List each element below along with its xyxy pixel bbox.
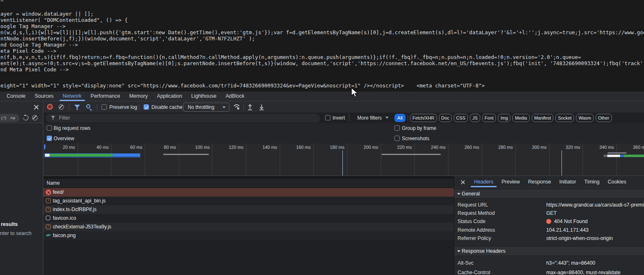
tab-console[interactable]: Console bbox=[6, 92, 26, 101]
header-row: Cache-Control max-age=86400, must-revali… bbox=[454, 268, 644, 275]
throttling-select[interactable]: No throttling bbox=[183, 103, 229, 112]
chip-img[interactable]: Img bbox=[498, 114, 510, 122]
chip-fetch-xhr[interactable]: Fetch/XHR bbox=[410, 114, 437, 122]
tab-network[interactable]: Network bbox=[62, 92, 83, 101]
chevron-down-icon bbox=[222, 106, 226, 110]
code-line: n(w,d,s,l,i){w[l]=w[l]||[];w[l].push({'g… bbox=[0, 29, 644, 35]
filter-input[interactable]: Filter bbox=[46, 114, 320, 122]
chip-doc[interactable]: Doc bbox=[439, 114, 452, 122]
code-fragment: ~ bbox=[0, 0, 4, 4]
regex-icon[interactable]: (.*) bbox=[1, 116, 6, 120]
tab-adblock[interactable]: AdBlock bbox=[225, 92, 245, 101]
timeline-ruler-label: 340 ms bbox=[589, 145, 614, 150]
section-general[interactable]: General bbox=[454, 189, 644, 199]
filter-icon[interactable] bbox=[74, 105, 80, 110]
timeline-request-bar bbox=[624, 155, 644, 157]
screenshots-checkbox[interactable] bbox=[394, 136, 400, 141]
timeline-ruler-label: 160 ms bbox=[286, 145, 311, 150]
table-row[interactable]: ‹› tag_assistant_api_bin.js bbox=[43, 197, 454, 205]
timeline-request-bar bbox=[163, 154, 209, 155]
chip-all[interactable]: All bbox=[394, 114, 406, 122]
timeline-gridline bbox=[381, 143, 381, 176]
dcl-event-line bbox=[342, 150, 343, 176]
big-request-rows-checkbox[interactable] bbox=[47, 125, 52, 131]
script-icon: ‹› bbox=[46, 207, 51, 212]
invert-label: Invert bbox=[333, 115, 345, 121]
invert-checkbox[interactable] bbox=[325, 115, 330, 120]
clear-search-icon[interactable] bbox=[32, 115, 38, 120]
timeline-gridline bbox=[448, 143, 448, 176]
tab-headers[interactable]: Headers bbox=[474, 176, 493, 188]
tab-cookies[interactable]: Cookies bbox=[608, 176, 626, 188]
import-har-icon[interactable] bbox=[247, 103, 253, 112]
clear-icon[interactable] bbox=[59, 104, 64, 110]
table-row[interactable]: favicon.ico bbox=[43, 214, 454, 223]
timeline-gridline bbox=[482, 143, 482, 176]
search-pane: (.*) Aa results nter to search bbox=[0, 102, 43, 275]
disable-cache-checkbox[interactable] bbox=[144, 104, 149, 110]
group-by-frame-label: Group by frame bbox=[402, 125, 436, 131]
chip-other[interactable]: Other bbox=[596, 114, 612, 122]
network-overview-timeline[interactable]: 20 ms40 ms60 ms80 ms100 ms120 ms140 ms16… bbox=[43, 143, 644, 176]
chip-js[interactable]: JS bbox=[470, 114, 480, 122]
tab-lighthouse[interactable]: Lighthouse bbox=[190, 92, 217, 101]
record-icon[interactable] bbox=[47, 104, 53, 110]
refresh-icon[interactable] bbox=[23, 115, 28, 120]
header-row: Remote Address 104.21.41.171:443 bbox=[454, 226, 644, 234]
chip-socket[interactable]: Socket bbox=[555, 114, 574, 122]
chip-css[interactable]: CSS bbox=[454, 114, 468, 122]
search-icon[interactable] bbox=[86, 104, 90, 108]
devtools-panel: Console Sources Network Performance Memo… bbox=[0, 92, 644, 275]
chip-font[interactable]: Font bbox=[482, 114, 496, 122]
table-row[interactable]: ‹› index.ts-DcfRBPif.js bbox=[43, 205, 454, 214]
tab-application[interactable]: Application bbox=[156, 92, 183, 101]
table-row[interactable]: ‹› checkExternal-J53Tea9y.js bbox=[43, 223, 454, 231]
more-filters-button[interactable]: More filters bbox=[357, 115, 382, 121]
close-icon[interactable] bbox=[33, 104, 39, 110]
table-row[interactable]: feed/ bbox=[43, 188, 454, 197]
timeline-ruler-label: 280 ms bbox=[488, 145, 513, 150]
chip-media[interactable]: Media bbox=[512, 114, 529, 122]
close-icon[interactable] bbox=[460, 180, 465, 185]
timeline-request-bar bbox=[382, 154, 441, 155]
chip-wasm[interactable]: Wasm bbox=[576, 114, 593, 122]
table-row[interactable]: faicon.png bbox=[43, 231, 454, 240]
header-row: Status Code 404 Not Found bbox=[454, 217, 644, 226]
network-toolbar: Preserve log Disable cache No throttling bbox=[43, 102, 644, 113]
preserve-log-checkbox[interactable] bbox=[101, 104, 107, 110]
tab-response[interactable]: Response bbox=[528, 176, 551, 188]
script-icon: ‹› bbox=[46, 224, 51, 229]
code-line: ent(e);t.async=!0;t.src=v;s=b.getElement… bbox=[0, 60, 644, 66]
timeline-ruler-label: 40 ms bbox=[84, 145, 109, 150]
timeline-gridline bbox=[347, 143, 347, 176]
search-input[interactable]: (.*) Aa bbox=[0, 114, 19, 122]
mouse-cursor bbox=[350, 87, 359, 98]
section-response-headers[interactable]: Response Headers bbox=[454, 246, 644, 256]
table-header-name[interactable]: Name bbox=[43, 179, 454, 188]
triangle-collapse-icon bbox=[457, 193, 460, 197]
file-icon bbox=[46, 216, 50, 220]
chevron-down-icon bbox=[385, 117, 389, 120]
timeline-request-bar bbox=[620, 155, 624, 157]
tab-performance[interactable]: Performance bbox=[90, 92, 121, 101]
export-har-icon[interactable] bbox=[258, 103, 265, 112]
match-case-icon[interactable]: Aa bbox=[10, 115, 15, 120]
tab-timing[interactable]: Timing bbox=[584, 176, 599, 188]
timeline-ruler-label: 260 ms bbox=[455, 145, 479, 150]
chip-manifest[interactable]: Manifest bbox=[532, 114, 554, 122]
image-icon bbox=[46, 233, 51, 236]
group-by-frame-checkbox[interactable] bbox=[394, 125, 400, 131]
header-row: Request URL https://www.grandcar.ua/cars… bbox=[454, 201, 644, 209]
tab-sources[interactable]: Sources bbox=[34, 92, 54, 101]
code-line: ayer = window.dataLayer || []; bbox=[0, 11, 94, 17]
timeline-ruler-label: 220 ms bbox=[387, 145, 412, 150]
tab-memory[interactable]: Memory bbox=[128, 92, 149, 101]
timeline-request-bar bbox=[607, 152, 627, 154]
tab-preview[interactable]: Preview bbox=[502, 176, 520, 188]
tab-initiator[interactable]: Initiator bbox=[559, 176, 576, 188]
overview-checkbox[interactable] bbox=[47, 136, 52, 141]
network-conditions-icon[interactable] bbox=[233, 103, 241, 112]
timeline-ruler-label: 240 ms bbox=[421, 145, 446, 150]
header-row: Request Method GET bbox=[454, 209, 644, 217]
disable-cache-label: Disable cache bbox=[151, 104, 182, 110]
